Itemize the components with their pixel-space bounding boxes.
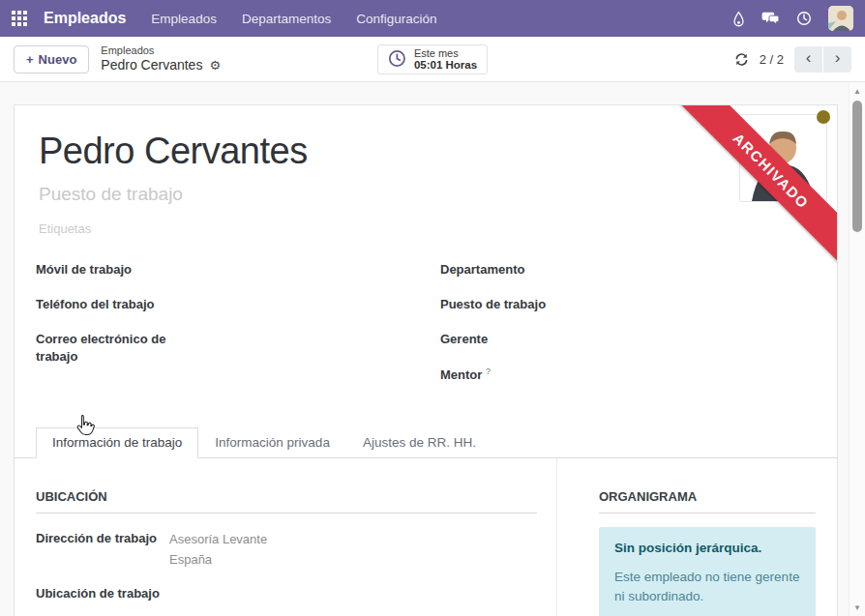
- field-email: Correo electrónico de trabajo: [36, 329, 421, 366]
- timer-period: Este mes: [414, 47, 477, 60]
- field-manager: Gerente: [440, 329, 796, 364]
- timer-hours: 05:01 Horas: [414, 59, 477, 72]
- field-manager-input[interactable]: [585, 329, 796, 348]
- field-phone-label: Teléfono del trabajo: [36, 294, 181, 313]
- employee-form-sheet: ARCHIVADO Pedro Cervantes Puesto de trab…: [14, 104, 838, 616]
- field-phone: Teléfono del trabajo: [36, 294, 421, 329]
- tab-content: UBICACIÓN Dirección de trabajo Asesoría …: [36, 458, 816, 616]
- orgchart-alert-title: Sin posición jerárquica.: [614, 541, 800, 555]
- presence-indicator-dot: [817, 110, 830, 124]
- refresh-icon[interactable]: [734, 52, 749, 67]
- field-department-label: Departamento: [440, 259, 585, 279]
- field-mobile-label: Móvil de trabajo: [36, 259, 181, 279]
- field-mentor: Mentor ?: [440, 364, 796, 398]
- plus-icon: +: [26, 52, 34, 67]
- field-job-position: Puesto de trabajo: [440, 294, 796, 329]
- orgchart-alert-line1: Este empleado no tiene gerente ni subord…: [614, 568, 800, 605]
- org-chart-column: ORGANIGRAMA Sin posición jerárquica. Est…: [557, 458, 816, 616]
- field-mentor-label: Mentor ?: [440, 364, 585, 385]
- work-address-country: España: [169, 550, 267, 571]
- scroll-up-icon[interactable]: ▲: [850, 87, 865, 96]
- attendance-timer-button[interactable]: Este mes 05:01 Horas: [377, 44, 488, 74]
- field-mentor-input[interactable]: [585, 364, 796, 383]
- field-mobile-input[interactable]: [181, 259, 421, 279]
- employee-photo[interactable]: [739, 114, 827, 202]
- help-icon: ?: [486, 367, 491, 376]
- field-column-left: Móvil de trabajo Teléfono del trabajo Co…: [36, 259, 440, 398]
- control-panel: + Nuevo Empleados Pedro Cervantes ⚙ Este…: [0, 37, 865, 82]
- field-work-address-value[interactable]: Asesoría Levante España: [169, 530, 267, 571]
- control-panel-right: 2 / 2 ‹ ›: [734, 46, 851, 73]
- menu-departamentos[interactable]: Departamentos: [242, 12, 331, 26]
- menu-empleados[interactable]: Empleados: [151, 12, 217, 26]
- new-button-label: Nuevo: [39, 52, 77, 67]
- field-work-location-label: Ubicación de trabajo: [36, 585, 169, 601]
- field-grid: Móvil de trabajo Teléfono del trabajo Co…: [36, 259, 816, 398]
- employee-name-title[interactable]: Pedro Cervantes: [39, 131, 816, 172]
- breadcrumb-current-label: Pedro Cervantes: [101, 57, 202, 73]
- field-manager-label: Gerente: [440, 329, 585, 348]
- field-work-address-label: Dirección de trabajo: [36, 530, 169, 545]
- orgchart-alert: Sin posición jerárquica. Este empleado n…: [599, 527, 816, 616]
- droplet-icon[interactable]: [732, 11, 745, 27]
- top-navbar: Empleados Empleados Departamentos Config…: [0, 0, 865, 37]
- systray: [732, 6, 853, 31]
- apps-menu-icon[interactable]: [12, 11, 27, 26]
- activities-clock-icon[interactable]: [796, 11, 812, 26]
- scrollbar-thumb[interactable]: [852, 101, 862, 232]
- app-brand[interactable]: Empleados: [44, 10, 126, 27]
- field-column-right: Departamento Puesto de trabajo Gerente M…: [440, 259, 816, 398]
- tab-informacion-privada[interactable]: Información privada: [198, 427, 346, 458]
- field-job-position-label: Puesto de trabajo: [440, 294, 585, 313]
- new-button[interactable]: + Nuevo: [14, 45, 89, 73]
- work-info-left-column: UBICACIÓN Dirección de trabajo Asesoría …: [36, 458, 557, 616]
- field-email-label: Correo electrónico de trabajo: [36, 329, 171, 366]
- user-avatar[interactable]: [828, 6, 853, 31]
- breadcrumb-parent[interactable]: Empleados: [101, 44, 221, 57]
- field-work-address: Dirección de trabajo Asesoría Levante Es…: [36, 530, 537, 571]
- tags-input[interactable]: Etiquetas: [39, 221, 816, 236]
- field-department: Departamento: [440, 259, 796, 294]
- field-work-location: Ubicación de trabajo: [36, 585, 537, 610]
- messages-icon[interactable]: [761, 12, 780, 26]
- field-job-position-input[interactable]: [585, 294, 796, 313]
- pager: ‹ ›: [794, 46, 851, 73]
- pager-count: 2 / 2: [760, 52, 784, 67]
- breadcrumb: Empleados Pedro Cervantes ⚙: [101, 44, 221, 73]
- timer-clock-icon: [388, 49, 406, 71]
- work-address-company: Asesoría Levante: [169, 530, 267, 550]
- location-section-title: UBICACIÓN: [36, 489, 537, 513]
- orgchart-section-title: ORGANIGRAMA: [599, 489, 816, 513]
- field-department-input[interactable]: [585, 259, 796, 279]
- pager-previous-button[interactable]: ‹: [794, 46, 822, 73]
- notebook-tabs: Información de trabajo Información priva…: [15, 427, 837, 458]
- field-mobile: Móvil de trabajo: [36, 259, 421, 294]
- tab-ajustes-rrhh[interactable]: Ajustes de RR. HH.: [346, 427, 492, 458]
- job-position-input[interactable]: Puesto de trabajo: [39, 184, 816, 205]
- menu-configuracion[interactable]: Configuración: [356, 12, 436, 26]
- tab-informacion-de-trabajo[interactable]: Información de trabajo: [36, 427, 198, 458]
- pager-next-button[interactable]: ›: [823, 46, 851, 73]
- gear-icon[interactable]: ⚙: [209, 59, 221, 72]
- field-email-input[interactable]: [171, 329, 421, 348]
- field-phone-input[interactable]: [181, 294, 421, 313]
- scroll-down-icon[interactable]: ▼: [850, 603, 865, 612]
- breadcrumb-current: Pedro Cervantes ⚙: [101, 57, 221, 73]
- vertical-scrollbar[interactable]: ▲ ▼: [849, 83, 865, 616]
